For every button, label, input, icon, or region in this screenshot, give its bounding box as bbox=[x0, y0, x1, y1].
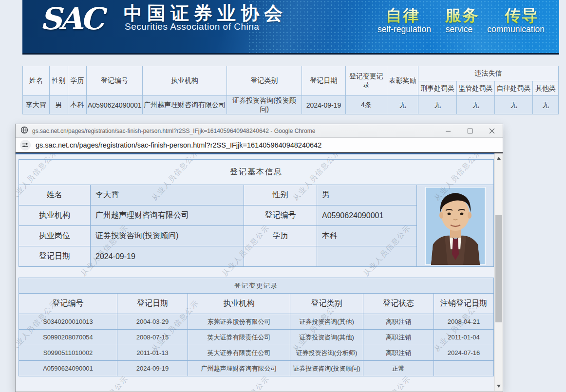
col-regulatory-penalty: 监管处罚类 bbox=[457, 81, 495, 96]
empty-value bbox=[317, 246, 417, 267]
window-controls bbox=[437, 124, 503, 137]
cell-cancel-date: 2024-07-16 bbox=[434, 345, 494, 361]
sac-logo: SAC bbox=[40, 1, 102, 37]
slogans-en: self-regulation service communication bbox=[377, 24, 545, 35]
cell-org: 东莞证券股份有限公司 bbox=[188, 314, 290, 330]
col-name: 姓名 bbox=[23, 66, 50, 96]
position-value: 证券投资咨询(投资顾问) bbox=[91, 226, 244, 246]
cell-reg-date: 2024-09-19 bbox=[117, 361, 188, 376]
cell-reg-number: S0340200010013 bbox=[19, 314, 117, 330]
col-group-violations: 违法失信 bbox=[418, 66, 559, 81]
cell-category: 证券投资咨询(分析师) bbox=[290, 345, 363, 361]
minimize-button[interactable] bbox=[437, 124, 459, 137]
cell-org: 广州越声理财咨询有限公司 bbox=[188, 361, 290, 376]
person-photo bbox=[425, 187, 486, 265]
col-reg-date: 登记日期 bbox=[302, 66, 346, 96]
summary-header-row: 姓名 性别 学历 登记编号 执业机构 登记类别 登记日期 登记变更记录 表彰奖励… bbox=[23, 66, 559, 81]
cell-category: 证券投资咨询(其他) bbox=[290, 330, 363, 345]
vertical-scrollbar[interactable] bbox=[494, 153, 503, 391]
cell-cancel-date bbox=[434, 361, 494, 376]
photo-cell bbox=[417, 185, 494, 267]
self-discipline-penalty-value: 无 bbox=[495, 96, 533, 114]
reg-number-label: 登记编号 bbox=[244, 205, 317, 226]
table-row: S0990208070054 2008-07-15 英大证券有限责任公司 证券投… bbox=[19, 330, 494, 345]
col-criminal-penalty: 刑事处罚类 bbox=[418, 81, 457, 96]
awards-value: 无 bbox=[387, 96, 418, 114]
cell-status: 正常 bbox=[363, 361, 434, 376]
basic-info-table: 登记基本信息 姓名 李大霄 性别 男 bbox=[19, 159, 494, 267]
col-reg-number: 登记编号 bbox=[87, 66, 143, 96]
other-penalty-value: 无 bbox=[533, 96, 559, 114]
address-bar[interactable]: gs.sac.net.cn/pages/registration/sac-fin… bbox=[16, 138, 503, 152]
scroll-up-arrow-icon[interactable] bbox=[495, 154, 503, 162]
summary-data-row: 李大霄 男 本科 A0590624090001 广州越声理财咨询有限公司 证券投… bbox=[23, 96, 559, 114]
education-value: 本科 bbox=[317, 226, 417, 246]
col-reg-category: 登记类别 bbox=[227, 66, 302, 96]
education-value: 本科 bbox=[68, 96, 87, 114]
chg-col-org: 执业机构 bbox=[188, 294, 290, 314]
window-titlebar[interactable]: gs.sac.net.cn/pages/registration/sac-fin… bbox=[16, 124, 503, 138]
cell-status: 离职注销 bbox=[363, 345, 434, 361]
change-records-table: 登记变更记录 登记编号 登记日期 执业机构 登记类别 登记状态 注销登记日期 S… bbox=[19, 278, 494, 376]
col-change-records: 登记变更记录 bbox=[346, 66, 387, 96]
chrome-window: gs.sac.net.cn/pages/registration/sac-fin… bbox=[15, 124, 503, 392]
org-value: 广州越声理财咨询有限公司 bbox=[143, 96, 227, 114]
page-content: 登记基本信息 姓名 李大霄 性别 男 bbox=[16, 152, 503, 391]
regulatory-penalty-value: 无 bbox=[457, 96, 495, 114]
reg-category-value: 证券投资咨询(投资顾问) bbox=[227, 96, 302, 114]
url-text[interactable]: gs.sac.net.cn/pages/registration/sac-fin… bbox=[36, 141, 321, 149]
org-label: 执业机构 bbox=[19, 205, 91, 226]
cell-category: 证券投资咨询(投资顾问) bbox=[290, 361, 363, 376]
col-awards: 表彰奖励 bbox=[387, 66, 418, 96]
cell-cancel-date: 2011-01-04 bbox=[434, 330, 494, 345]
chg-col-status: 登记状态 bbox=[363, 294, 434, 314]
gender-value: 男 bbox=[317, 185, 417, 205]
sac-header-banner: SAC 中国证券业协会 Securities Association of Ch… bbox=[22, 0, 559, 55]
name-label: 姓名 bbox=[19, 185, 91, 205]
empty-label bbox=[244, 246, 317, 267]
association-title-en: Securities Association of China bbox=[125, 21, 259, 32]
cell-status: 离职注销 bbox=[363, 330, 434, 345]
slogan-service-cn: 服务 bbox=[445, 5, 479, 27]
scrollbar-thumb[interactable] bbox=[495, 215, 502, 322]
col-gender: 性别 bbox=[50, 66, 68, 96]
col-education: 学历 bbox=[68, 66, 87, 96]
reg-date-value: 2024-09-19 bbox=[302, 96, 346, 114]
cell-org: 英大证券有限责任公司 bbox=[188, 330, 290, 345]
cell-category: 证券投资咨询(其他) bbox=[290, 314, 363, 330]
close-button[interactable] bbox=[481, 124, 503, 137]
table-row: S0340200010013 2004-03-29 东莞证券股份有限公司 证券投… bbox=[19, 314, 494, 330]
cell-cancel-date: 2008-04-21 bbox=[434, 314, 494, 330]
scroll-down-arrow-icon[interactable] bbox=[495, 382, 503, 390]
person-name-link[interactable]: 李大霄 bbox=[23, 96, 50, 114]
chg-col-cancel-date: 注销登记日期 bbox=[434, 294, 494, 314]
gender-label: 性别 bbox=[244, 185, 317, 205]
criminal-penalty-value: 无 bbox=[418, 96, 457, 114]
cell-reg-date: 2004-03-29 bbox=[117, 314, 188, 330]
cell-reg-number: S0990208070054 bbox=[19, 330, 117, 345]
change-records-header-row: 登记编号 登记日期 执业机构 登记类别 登记状态 注销登记日期 bbox=[19, 294, 494, 314]
globe-favicon-icon bbox=[20, 126, 28, 136]
change-records-title: 登记变更记录 bbox=[19, 278, 494, 294]
gender-value: 男 bbox=[50, 96, 68, 114]
table-row: A0590624090001 2024-09-19 广州越声理财咨询有限公司 证… bbox=[19, 361, 494, 376]
slogan-communication-cn: 传导 bbox=[505, 5, 539, 27]
education-label: 学历 bbox=[244, 226, 317, 246]
change-records-count: 4条 bbox=[346, 96, 387, 114]
position-label: 执业岗位 bbox=[19, 226, 91, 246]
site-settings-icon[interactable] bbox=[20, 140, 31, 150]
slogans-cn: 自律 服务 传导 bbox=[386, 5, 539, 27]
basic-info-title: 登记基本信息 bbox=[19, 160, 494, 185]
chg-col-category: 登记类别 bbox=[290, 294, 363, 314]
practitioner-summary-table: 姓名 性别 学历 登记编号 执业机构 登记类别 登记日期 登记变更记录 表彰奖励… bbox=[22, 66, 558, 114]
slogan-self-regulation-cn: 自律 bbox=[386, 5, 420, 27]
name-value: 李大霄 bbox=[91, 185, 244, 205]
cell-reg-number: A0590624090001 bbox=[19, 361, 117, 376]
reg-date-label: 登记日期 bbox=[19, 246, 91, 267]
maximize-button[interactable] bbox=[459, 124, 481, 137]
cell-status: 离职注销 bbox=[363, 314, 434, 330]
cell-reg-date: 2008-07-15 bbox=[117, 330, 188, 345]
chg-col-reg-date: 登记日期 bbox=[117, 294, 188, 314]
col-self-discipline-penalty: 自律处罚类 bbox=[495, 81, 533, 96]
table-row: S0990511010002 2011-01-13 英大证券有限责任公司 证券投… bbox=[19, 345, 494, 361]
